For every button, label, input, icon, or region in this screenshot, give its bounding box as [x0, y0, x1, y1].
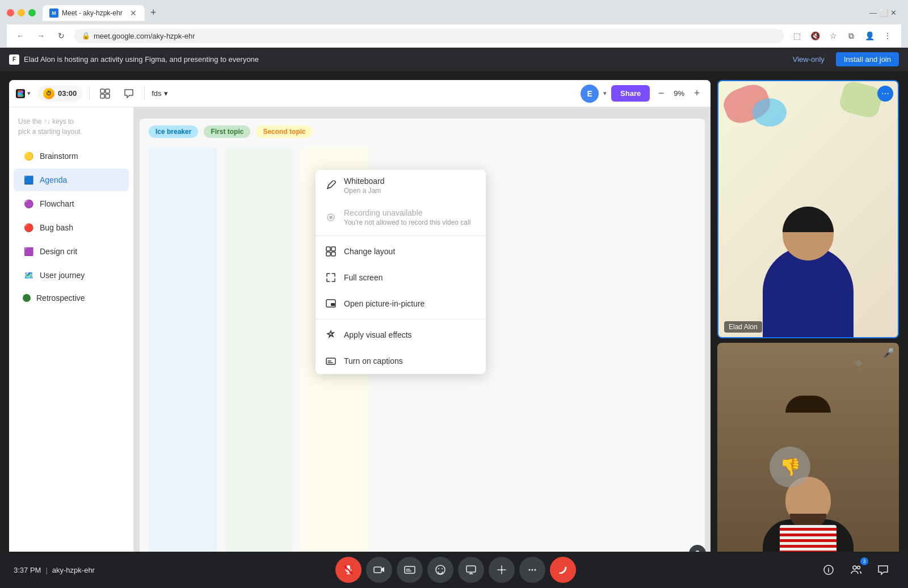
svg-rect-6	[100, 89, 104, 93]
end-call-button[interactable]	[550, 557, 576, 583]
fullscreen-label: Full screen	[344, 273, 477, 282]
tab-close-button[interactable]: ✕	[129, 9, 138, 18]
figma-logo-button[interactable]: ▾	[16, 89, 31, 98]
profile-icon[interactable]: 👤	[861, 28, 877, 44]
chat-button[interactable]	[872, 558, 894, 581]
template-agenda[interactable]: 🟦 Agenda	[14, 169, 129, 191]
mic-icon	[343, 564, 354, 576]
reload-button[interactable]: ↻	[53, 28, 69, 44]
recording-text: Recording unavailable You're not allowed…	[344, 208, 477, 226]
first-topic-label: First topic	[204, 125, 250, 138]
filename-chevron: ▾	[164, 89, 168, 98]
menu-item-fullscreen[interactable]: Full screen	[316, 264, 486, 291]
present-button[interactable]	[458, 557, 484, 583]
mic-off-icon: 🎤	[883, 347, 894, 358]
install-join-button[interactable]: Install and join	[836, 52, 899, 66]
minimize-button[interactable]	[18, 9, 25, 16]
info-button[interactable]	[817, 558, 840, 581]
layout-icon-button[interactable]	[96, 85, 114, 102]
mute-icon[interactable]: 🔇	[807, 28, 823, 44]
figma-toolbar: ▾ ⏱ 03:00 fds ▾ E ▾ Share	[9, 80, 711, 107]
bottom-controls	[95, 557, 817, 583]
avatar-chevron[interactable]: ▾	[603, 90, 607, 97]
menu-item-whiteboard[interactable]: Whiteboard Open a Jam	[316, 170, 486, 201]
zoom-value[interactable]: 9%	[670, 88, 688, 99]
bottom-bar: 3:37 PM | aky-hzpk-ehr	[0, 552, 908, 588]
mic-button[interactable]	[335, 557, 361, 583]
template-design-crit[interactable]: 🟪 Design crit	[14, 240, 129, 263]
bookmark-icon[interactable]: ☆	[825, 28, 841, 44]
panel-hint: Use the ↑↓ keys topick a starting layout…	[9, 116, 133, 144]
menu-item-layout[interactable]: Change layout	[316, 238, 486, 264]
figma-icon: F	[9, 54, 19, 65]
zoom-out-button[interactable]: −	[654, 87, 668, 100]
art-splash-2	[753, 98, 787, 127]
template-flowchart[interactable]: 🟣 Flowchart	[14, 192, 129, 215]
layout-label: Change layout	[344, 247, 477, 256]
menu-item-effects[interactable]: Apply visual effects	[316, 322, 486, 348]
captions-icon	[325, 355, 337, 367]
activities-button[interactable]	[489, 557, 515, 583]
back-button[interactable]: ←	[12, 28, 28, 44]
menu-icon[interactable]: ⋮	[880, 28, 896, 44]
menu-item-pip[interactable]: Open picture-in-picture	[316, 291, 486, 317]
share-button[interactable]: Share	[611, 85, 650, 102]
template-bug-bash[interactable]: 🔴 Bug bash	[14, 216, 129, 239]
browser-titlebar: M Meet - aky-hzpk-ehr ✕ + — ⬜ ✕	[7, 5, 901, 24]
activities-icon	[496, 564, 507, 576]
meeting-time: 3:37 PM	[14, 566, 41, 574]
brainstorm-icon: 🟡	[23, 150, 34, 162]
more-options-button[interactable]	[519, 557, 545, 583]
retrospective-label: Retrospective	[36, 293, 85, 303]
bug-bash-label: Bug bash	[40, 223, 73, 232]
menu-item-captions[interactable]: Turn on captions	[316, 348, 486, 374]
svg-point-31	[532, 569, 533, 571]
notification-bar: F Elad Alon is hosting an activity using…	[0, 48, 908, 71]
user-avatar-button[interactable]: E	[581, 85, 599, 103]
view-only-button[interactable]: View-only	[788, 53, 829, 66]
cast-icon[interactable]: ⬚	[789, 28, 805, 44]
info-icon	[823, 564, 834, 576]
toolbar-separator	[89, 87, 90, 100]
context-menu: Whiteboard Open a Jam Recording unavaila…	[316, 170, 486, 374]
window-control-close[interactable]: ✕	[890, 9, 897, 17]
template-retrospective[interactable]: Retrospective	[14, 288, 129, 308]
svg-rect-24	[374, 567, 381, 573]
figma-canvas[interactable]: fdsf fgkjn... Ice breaker First topic Se…	[134, 107, 711, 588]
emoji-button[interactable]	[427, 557, 453, 583]
notification-left: F Elad Alon is hosting an activity using…	[9, 54, 259, 65]
template-user-journey[interactable]: 🗺️ User journey	[14, 264, 129, 287]
figma-left-panel: Use the ↑↓ keys topick a starting layout…	[9, 107, 134, 588]
effects-icon	[325, 329, 337, 341]
new-tab-button[interactable]: +	[146, 5, 161, 21]
comment-icon-button[interactable]	[120, 85, 137, 102]
whiteboard-label: Whiteboard	[344, 177, 477, 186]
active-tab[interactable]: M Meet - aky-hzpk-ehr ✕	[43, 5, 145, 21]
person-1-head	[783, 207, 834, 261]
forward-button[interactable]: →	[33, 28, 49, 44]
window-control-restore[interactable]: ⬜	[879, 9, 888, 17]
second-topic-label: Second topic	[256, 125, 312, 138]
ceiling-fan: ✦	[852, 354, 865, 373]
figma-filename[interactable]: fds ▾	[152, 89, 167, 98]
template-brainstorm[interactable]: 🟡 Brainstorm	[14, 145, 129, 167]
camera-button[interactable]	[366, 557, 392, 583]
window-control-minimize[interactable]: —	[869, 9, 877, 17]
svg-rect-8	[100, 94, 104, 98]
browser-tabs: M Meet - aky-hzpk-ehr ✕ +	[43, 5, 783, 21]
svg-rect-29	[466, 566, 476, 572]
address-bar[interactable]: 🔒 meet.google.com/aky-hzpk-ehr	[74, 29, 784, 43]
video-panels: ⋯ Elad Alon ✦	[717, 80, 899, 588]
video-more-button[interactable]: ⋯	[877, 86, 893, 102]
close-button[interactable]	[7, 9, 14, 16]
people-count-badge: 3	[860, 557, 868, 565]
brainstorm-label: Brainstorm	[40, 152, 78, 161]
menu-divider-2	[316, 319, 486, 320]
zoom-in-button[interactable]: +	[690, 87, 704, 100]
svg-point-32	[529, 569, 531, 571]
menu-item-recording: Recording unavailable You're not allowed…	[316, 201, 486, 233]
extensions-icon[interactable]: ⧉	[843, 28, 859, 44]
maximize-button[interactable]	[28, 9, 36, 16]
design-crit-icon: 🟪	[23, 246, 34, 257]
captions-button[interactable]	[397, 557, 423, 583]
